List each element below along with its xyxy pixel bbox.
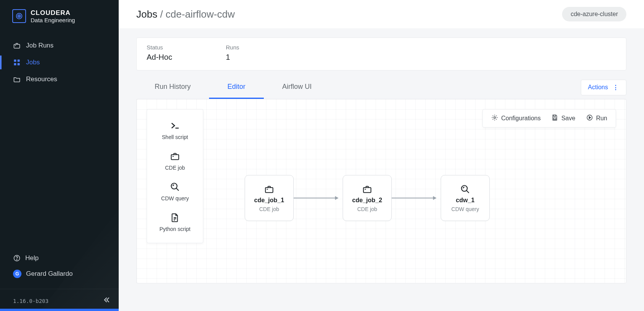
- status-value: Ad-Hoc: [147, 53, 172, 62]
- cluster-pill[interactable]: cde-azure-cluster: [562, 7, 626, 21]
- sidebar-item-jobs[interactable]: Jobs: [0, 54, 119, 71]
- palette-shell-script[interactable]: Shell script: [147, 115, 203, 146]
- grid-icon: [13, 59, 21, 66]
- canvas-toolbar: Configurations Save Run: [482, 109, 616, 128]
- svg-rect-5: [18, 59, 20, 62]
- node-subtitle: CDE job: [259, 206, 279, 212]
- node-title: cde_job_2: [352, 197, 382, 204]
- svg-point-11: [171, 183, 177, 189]
- sidebar-item-job-runs[interactable]: Job Runs: [0, 37, 119, 54]
- user-name: Gerard Gallardo: [26, 270, 73, 278]
- accent-bar: [0, 309, 119, 311]
- tab-run-history[interactable]: Run History: [136, 76, 209, 99]
- configurations-button[interactable]: Configurations: [491, 114, 541, 123]
- sidebar: CLOUDERA Data Engineering Job Runs Jobs: [0, 0, 119, 311]
- breadcrumb-sep: /: [157, 8, 166, 20]
- palette-label: Python script: [160, 226, 191, 232]
- save-label: Save: [561, 115, 575, 122]
- svg-rect-4: [14, 59, 16, 62]
- kebab-icon: ⋮: [613, 84, 619, 91]
- sidebar-item-help[interactable]: Help: [13, 250, 113, 266]
- topbar: Jobs / cde-airflow-cdw cde-azure-cluster: [119, 0, 644, 28]
- palette-cde-job[interactable]: CDE job: [147, 146, 203, 176]
- summary-card: Status Ad-Hoc Runs 1: [136, 38, 626, 70]
- sidebar-item-label: Job Runs: [26, 42, 54, 49]
- brand-logo-icon: [12, 9, 26, 23]
- svg-rect-7: [18, 63, 20, 65]
- play-icon: [586, 114, 593, 123]
- breadcrumb: Jobs / cde-airflow-cdw: [136, 8, 235, 20]
- sidebar-item-user[interactable]: G Gerard Gallardo: [13, 266, 113, 282]
- node-title: cde_job_1: [254, 197, 284, 204]
- save-button[interactable]: Save: [551, 114, 575, 123]
- breadcrumb-current: cde-airflow-cdw: [166, 8, 235, 20]
- node-subtitle: CDE job: [357, 206, 377, 212]
- avatar: G: [13, 270, 21, 278]
- save-icon: [551, 114, 558, 123]
- dag-canvas[interactable]: Shell script CDE job CDW q: [137, 99, 626, 283]
- collapse-sidebar-button[interactable]: [103, 296, 110, 306]
- node-palette: Shell script CDE job CDW q: [147, 109, 203, 243]
- node-subtitle: CDW query: [451, 206, 479, 212]
- version-text: 1.16.0-b203: [13, 298, 49, 304]
- palette-cdw-query[interactable]: CDW query: [147, 176, 203, 207]
- run-button[interactable]: Run: [586, 114, 607, 123]
- palette-label: Shell script: [162, 134, 188, 140]
- palette-label: CDW query: [161, 195, 189, 201]
- help-icon: [13, 254, 21, 262]
- svg-point-9: [16, 260, 17, 260]
- edge-2-3: [392, 198, 436, 198]
- svg-rect-15: [265, 188, 273, 193]
- svg-point-2: [19, 16, 20, 16]
- actions-label: Actions: [588, 84, 608, 91]
- actions-button[interactable]: Actions ⋮: [581, 80, 626, 95]
- tab-editor[interactable]: Editor: [209, 76, 264, 99]
- sidebar-item-label: Jobs: [26, 59, 40, 66]
- file-icon: [170, 212, 180, 223]
- tabs: Run History Editor Airflow UI: [136, 76, 330, 99]
- breadcrumb-root[interactable]: Jobs: [136, 8, 157, 20]
- svg-point-12: [494, 117, 496, 119]
- svg-point-17: [461, 185, 467, 191]
- dag-node-cde-job-2[interactable]: cde_job_2 CDE job: [343, 175, 392, 221]
- gear-icon: [491, 114, 498, 123]
- briefcase-icon: [13, 42, 21, 49]
- brand-line2: Data Engineering: [31, 17, 75, 23]
- main-area: Jobs / cde-airflow-cdw cde-azure-cluster…: [119, 0, 644, 311]
- briefcase-icon: [170, 151, 180, 162]
- canvas-container: Shell script CDE job CDW q: [136, 99, 626, 283]
- terminal-icon: [170, 120, 180, 131]
- runs-value: 1: [226, 53, 239, 62]
- status-label: Status: [147, 44, 172, 51]
- palette-python-script[interactable]: Python script: [147, 207, 203, 237]
- runs-label: Runs: [226, 44, 239, 51]
- tab-airflow-ui[interactable]: Airflow UI: [264, 76, 330, 99]
- dag-node-cdw-1[interactable]: cdw_1 CDW query: [441, 175, 490, 221]
- folder-icon: [13, 75, 21, 83]
- run-label: Run: [596, 115, 607, 122]
- svg-rect-6: [14, 63, 16, 65]
- svg-rect-13: [554, 118, 556, 120]
- magnify-icon: [460, 184, 471, 195]
- svg-rect-10: [171, 155, 179, 160]
- configurations-label: Configurations: [501, 115, 541, 122]
- sidebar-item-label: Resources: [26, 75, 57, 83]
- edge-1-2: [294, 198, 338, 198]
- svg-rect-16: [363, 188, 371, 193]
- nav-list: Job Runs Jobs Resources: [0, 32, 119, 88]
- sidebar-item-resources[interactable]: Resources: [0, 71, 119, 88]
- palette-label: CDE job: [165, 165, 185, 171]
- svg-rect-3: [14, 44, 20, 48]
- help-label: Help: [25, 254, 39, 262]
- node-title: cdw_1: [456, 197, 475, 204]
- brand-block: CLOUDERA Data Engineering: [0, 0, 119, 32]
- briefcase-icon: [264, 184, 275, 195]
- dag-node-cde-job-1[interactable]: cde_job_1 CDE job: [245, 175, 294, 221]
- magnify-icon: [170, 182, 180, 192]
- briefcase-icon: [362, 184, 373, 195]
- brand-line1: CLOUDERA: [31, 9, 75, 17]
